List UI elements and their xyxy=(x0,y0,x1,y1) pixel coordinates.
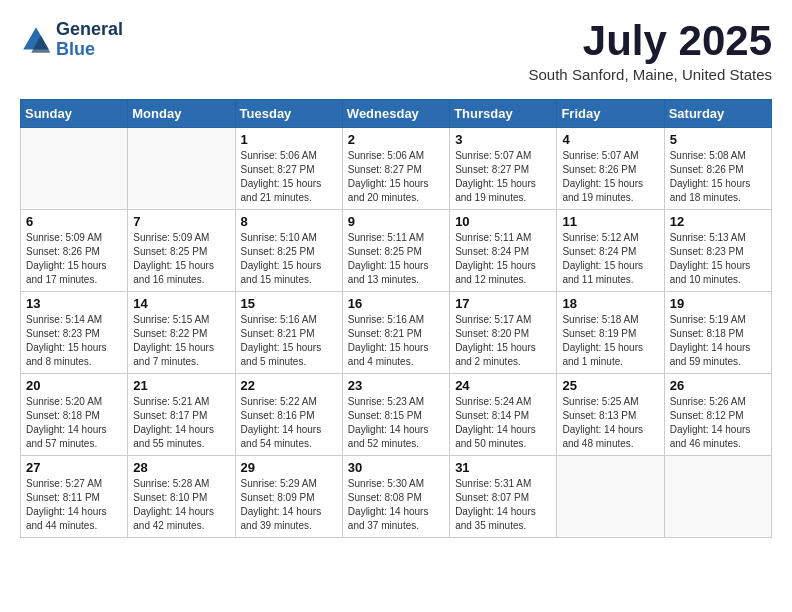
day-info: Sunrise: 5:06 AM Sunset: 8:27 PM Dayligh… xyxy=(348,149,444,205)
day-number: 15 xyxy=(241,296,337,311)
calendar-cell: 19Sunrise: 5:19 AM Sunset: 8:18 PM Dayli… xyxy=(664,292,771,374)
day-number: 26 xyxy=(670,378,766,393)
calendar-cell: 17Sunrise: 5:17 AM Sunset: 8:20 PM Dayli… xyxy=(450,292,557,374)
calendar-cell: 21Sunrise: 5:21 AM Sunset: 8:17 PM Dayli… xyxy=(128,374,235,456)
day-info: Sunrise: 5:13 AM Sunset: 8:23 PM Dayligh… xyxy=(670,231,766,287)
calendar-cell: 26Sunrise: 5:26 AM Sunset: 8:12 PM Dayli… xyxy=(664,374,771,456)
day-number: 22 xyxy=(241,378,337,393)
calendar-cell: 12Sunrise: 5:13 AM Sunset: 8:23 PM Dayli… xyxy=(664,210,771,292)
day-header-tuesday: Tuesday xyxy=(235,100,342,128)
calendar-cell: 18Sunrise: 5:18 AM Sunset: 8:19 PM Dayli… xyxy=(557,292,664,374)
day-number: 7 xyxy=(133,214,229,229)
calendar-week-3: 13Sunrise: 5:14 AM Sunset: 8:23 PM Dayli… xyxy=(21,292,772,374)
day-info: Sunrise: 5:11 AM Sunset: 8:24 PM Dayligh… xyxy=(455,231,551,287)
day-info: Sunrise: 5:07 AM Sunset: 8:26 PM Dayligh… xyxy=(562,149,658,205)
day-number: 13 xyxy=(26,296,122,311)
day-number: 27 xyxy=(26,460,122,475)
day-info: Sunrise: 5:12 AM Sunset: 8:24 PM Dayligh… xyxy=(562,231,658,287)
day-info: Sunrise: 5:22 AM Sunset: 8:16 PM Dayligh… xyxy=(241,395,337,451)
calendar-cell: 20Sunrise: 5:20 AM Sunset: 8:18 PM Dayli… xyxy=(21,374,128,456)
logo-icon xyxy=(20,24,52,56)
month-title: July 2025 xyxy=(529,20,772,62)
calendar-cell: 31Sunrise: 5:31 AM Sunset: 8:07 PM Dayli… xyxy=(450,456,557,538)
day-number: 10 xyxy=(455,214,551,229)
day-info: Sunrise: 5:10 AM Sunset: 8:25 PM Dayligh… xyxy=(241,231,337,287)
day-info: Sunrise: 5:28 AM Sunset: 8:10 PM Dayligh… xyxy=(133,477,229,533)
day-info: Sunrise: 5:16 AM Sunset: 8:21 PM Dayligh… xyxy=(348,313,444,369)
calendar-cell: 23Sunrise: 5:23 AM Sunset: 8:15 PM Dayli… xyxy=(342,374,449,456)
calendar-cell: 22Sunrise: 5:22 AM Sunset: 8:16 PM Dayli… xyxy=(235,374,342,456)
day-info: Sunrise: 5:11 AM Sunset: 8:25 PM Dayligh… xyxy=(348,231,444,287)
day-info: Sunrise: 5:07 AM Sunset: 8:27 PM Dayligh… xyxy=(455,149,551,205)
day-header-saturday: Saturday xyxy=(664,100,771,128)
day-info: Sunrise: 5:30 AM Sunset: 8:08 PM Dayligh… xyxy=(348,477,444,533)
calendar-cell: 14Sunrise: 5:15 AM Sunset: 8:22 PM Dayli… xyxy=(128,292,235,374)
day-info: Sunrise: 5:14 AM Sunset: 8:23 PM Dayligh… xyxy=(26,313,122,369)
title-block: July 2025 South Sanford, Maine, United S… xyxy=(529,20,772,83)
day-info: Sunrise: 5:21 AM Sunset: 8:17 PM Dayligh… xyxy=(133,395,229,451)
location-text: South Sanford, Maine, United States xyxy=(529,66,772,83)
day-number: 19 xyxy=(670,296,766,311)
day-info: Sunrise: 5:16 AM Sunset: 8:21 PM Dayligh… xyxy=(241,313,337,369)
day-info: Sunrise: 5:26 AM Sunset: 8:12 PM Dayligh… xyxy=(670,395,766,451)
calendar-cell xyxy=(664,456,771,538)
calendar-week-4: 20Sunrise: 5:20 AM Sunset: 8:18 PM Dayli… xyxy=(21,374,772,456)
day-number: 8 xyxy=(241,214,337,229)
day-info: Sunrise: 5:19 AM Sunset: 8:18 PM Dayligh… xyxy=(670,313,766,369)
calendar-cell xyxy=(21,128,128,210)
calendar-cell: 9Sunrise: 5:11 AM Sunset: 8:25 PM Daylig… xyxy=(342,210,449,292)
day-info: Sunrise: 5:15 AM Sunset: 8:22 PM Dayligh… xyxy=(133,313,229,369)
day-info: Sunrise: 5:20 AM Sunset: 8:18 PM Dayligh… xyxy=(26,395,122,451)
day-header-wednesday: Wednesday xyxy=(342,100,449,128)
calendar-cell: 16Sunrise: 5:16 AM Sunset: 8:21 PM Dayli… xyxy=(342,292,449,374)
calendar-cell: 25Sunrise: 5:25 AM Sunset: 8:13 PM Dayli… xyxy=(557,374,664,456)
day-header-monday: Monday xyxy=(128,100,235,128)
day-number: 29 xyxy=(241,460,337,475)
day-info: Sunrise: 5:09 AM Sunset: 8:26 PM Dayligh… xyxy=(26,231,122,287)
day-info: Sunrise: 5:27 AM Sunset: 8:11 PM Dayligh… xyxy=(26,477,122,533)
calendar-week-5: 27Sunrise: 5:27 AM Sunset: 8:11 PM Dayli… xyxy=(21,456,772,538)
day-number: 1 xyxy=(241,132,337,147)
day-number: 16 xyxy=(348,296,444,311)
day-number: 20 xyxy=(26,378,122,393)
day-header-sunday: Sunday xyxy=(21,100,128,128)
calendar-cell: 28Sunrise: 5:28 AM Sunset: 8:10 PM Dayli… xyxy=(128,456,235,538)
calendar-cell: 27Sunrise: 5:27 AM Sunset: 8:11 PM Dayli… xyxy=(21,456,128,538)
day-header-thursday: Thursday xyxy=(450,100,557,128)
calendar-week-2: 6Sunrise: 5:09 AM Sunset: 8:26 PM Daylig… xyxy=(21,210,772,292)
day-info: Sunrise: 5:17 AM Sunset: 8:20 PM Dayligh… xyxy=(455,313,551,369)
day-number: 21 xyxy=(133,378,229,393)
calendar-cell xyxy=(557,456,664,538)
day-number: 5 xyxy=(670,132,766,147)
calendar-cell: 5Sunrise: 5:08 AM Sunset: 8:26 PM Daylig… xyxy=(664,128,771,210)
calendar-cell: 30Sunrise: 5:30 AM Sunset: 8:08 PM Dayli… xyxy=(342,456,449,538)
logo-text-blue: Blue xyxy=(56,40,123,60)
logo: General Blue xyxy=(20,20,123,60)
day-header-friday: Friday xyxy=(557,100,664,128)
calendar-cell: 15Sunrise: 5:16 AM Sunset: 8:21 PM Dayli… xyxy=(235,292,342,374)
day-info: Sunrise: 5:29 AM Sunset: 8:09 PM Dayligh… xyxy=(241,477,337,533)
calendar-cell: 7Sunrise: 5:09 AM Sunset: 8:25 PM Daylig… xyxy=(128,210,235,292)
day-info: Sunrise: 5:06 AM Sunset: 8:27 PM Dayligh… xyxy=(241,149,337,205)
calendar-cell: 1Sunrise: 5:06 AM Sunset: 8:27 PM Daylig… xyxy=(235,128,342,210)
day-number: 24 xyxy=(455,378,551,393)
day-info: Sunrise: 5:09 AM Sunset: 8:25 PM Dayligh… xyxy=(133,231,229,287)
calendar-week-1: 1Sunrise: 5:06 AM Sunset: 8:27 PM Daylig… xyxy=(21,128,772,210)
calendar-cell: 24Sunrise: 5:24 AM Sunset: 8:14 PM Dayli… xyxy=(450,374,557,456)
day-number: 11 xyxy=(562,214,658,229)
day-info: Sunrise: 5:23 AM Sunset: 8:15 PM Dayligh… xyxy=(348,395,444,451)
day-number: 23 xyxy=(348,378,444,393)
calendar-cell: 4Sunrise: 5:07 AM Sunset: 8:26 PM Daylig… xyxy=(557,128,664,210)
calendar-cell xyxy=(128,128,235,210)
day-number: 25 xyxy=(562,378,658,393)
day-number: 9 xyxy=(348,214,444,229)
calendar-cell: 2Sunrise: 5:06 AM Sunset: 8:27 PM Daylig… xyxy=(342,128,449,210)
day-number: 4 xyxy=(562,132,658,147)
day-info: Sunrise: 5:18 AM Sunset: 8:19 PM Dayligh… xyxy=(562,313,658,369)
day-number: 12 xyxy=(670,214,766,229)
calendar-cell: 29Sunrise: 5:29 AM Sunset: 8:09 PM Dayli… xyxy=(235,456,342,538)
calendar-cell: 10Sunrise: 5:11 AM Sunset: 8:24 PM Dayli… xyxy=(450,210,557,292)
day-info: Sunrise: 5:24 AM Sunset: 8:14 PM Dayligh… xyxy=(455,395,551,451)
day-number: 14 xyxy=(133,296,229,311)
calendar-cell: 6Sunrise: 5:09 AM Sunset: 8:26 PM Daylig… xyxy=(21,210,128,292)
